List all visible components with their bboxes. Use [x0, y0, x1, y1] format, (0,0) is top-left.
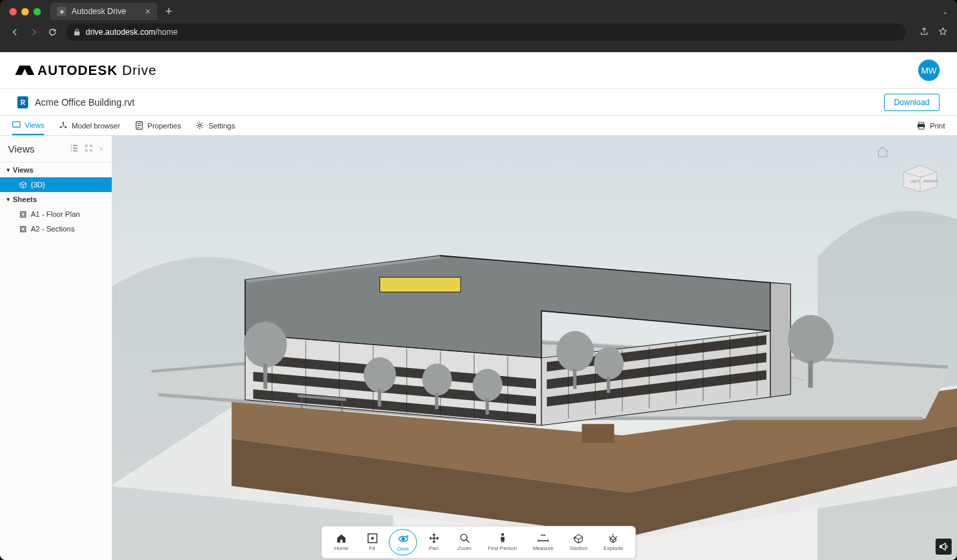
tab-print[interactable]: Print [917, 116, 945, 135]
svg-rect-15 [21, 213, 25, 216]
gear-icon [195, 121, 204, 130]
svg-rect-13 [90, 149, 92, 152]
tabs-dropdown-icon[interactable]: ⌄ [942, 8, 948, 15]
tree-group-views[interactable]: ▾ Views [0, 163, 112, 177]
bookmark-icon[interactable] [938, 27, 948, 38]
section-icon [573, 532, 585, 544]
svg-point-67 [371, 537, 373, 539]
model-browser-icon [59, 121, 68, 130]
svg-point-59 [594, 347, 624, 379]
forward-button[interactable] [28, 27, 39, 37]
svg-rect-27 [380, 277, 461, 292]
announcements-button[interactable] [936, 539, 952, 555]
orbit-icon [397, 533, 409, 545]
tool-first-person-label: First Person [488, 545, 517, 551]
address-bar[interactable]: drive.autodesk.com/home [66, 23, 906, 41]
svg-rect-52 [378, 389, 381, 406]
tab-bar: ◆ Autodesk Drive × + ⌄ [0, 0, 957, 20]
tree-item-a2-label: A2 - Sections [31, 225, 74, 233]
properties-icon [135, 121, 143, 130]
tree-item-3d[interactable]: {3D} [0, 177, 112, 192]
sheet-icon [19, 210, 27, 218]
tool-fit[interactable]: Fit [358, 529, 386, 555]
reload-button[interactable] [47, 27, 58, 37]
tree-group-views-label: Views [13, 166, 33, 174]
svg-point-57 [556, 331, 594, 371]
svg-point-69 [402, 537, 404, 540]
svg-rect-50 [263, 363, 267, 389]
url-text: drive.autodesk.com/home [86, 27, 177, 37]
browser-tab[interactable]: ◆ Autodesk Drive × [50, 3, 157, 20]
close-sidebar-icon[interactable]: × [99, 145, 104, 154]
app: AUTODESK Drive MW Acme Office Building.r… [0, 52, 957, 560]
svg-point-71 [501, 533, 504, 536]
caret-down-icon: ▾ [7, 196, 10, 203]
tool-pan[interactable]: Pan [420, 529, 448, 555]
brand[interactable]: AUTODESK Drive [17, 63, 157, 78]
tool-home-label: Home [334, 545, 348, 551]
tool-measure[interactable]: Measure [526, 529, 560, 555]
tool-zoom[interactable]: Zoom [450, 529, 478, 555]
svg-point-55 [472, 369, 502, 401]
svg-rect-14 [20, 211, 25, 217]
svg-rect-9 [919, 126, 924, 129]
close-window-button[interactable] [9, 8, 17, 15]
tool-measure-label: Measure [533, 545, 553, 551]
tool-orbit[interactable]: Orbit [389, 529, 417, 555]
svg-point-53 [422, 363, 452, 395]
tool-zoom-label: Zoom [458, 545, 471, 551]
tab-settings[interactable]: Settings [195, 116, 235, 135]
svg-rect-11 [90, 145, 92, 147]
svg-rect-1 [13, 122, 20, 127]
tab-close-icon[interactable]: × [145, 6, 151, 17]
tab-model-browser[interactable]: Model browser [59, 116, 120, 135]
tab-properties[interactable]: Properties [135, 116, 181, 135]
tool-home[interactable]: Home [327, 529, 355, 555]
fit-icon [366, 532, 378, 544]
list-view-icon[interactable] [70, 145, 78, 154]
svg-rect-54 [435, 393, 438, 409]
avatar[interactable]: MW [918, 60, 940, 81]
svg-rect-10 [85, 145, 88, 147]
measure-icon [537, 532, 549, 544]
toolbar-tabs: Views Model browser Properties Settings … [0, 116, 957, 136]
new-tab-button[interactable]: + [165, 5, 173, 19]
share-icon[interactable] [920, 27, 929, 38]
tool-explode-label: Explode [604, 545, 623, 551]
viewport-3d[interactable]: LEFT FRONT [112, 136, 957, 560]
tree-group-sheets[interactable]: ▾ Sheets [0, 192, 112, 207]
favicon-icon: ◆ [57, 7, 66, 16]
svg-rect-65 [940, 545, 942, 547]
tree-item-a2[interactable]: A2 - Sections [0, 221, 112, 236]
tree-item-a1[interactable]: A1 - Floor Plan [0, 207, 112, 221]
viewcube-home-icon[interactable] [875, 145, 890, 161]
home-icon [335, 532, 347, 544]
tool-pan-label: Pan [429, 545, 438, 551]
tree-group-sheets-label: Sheets [13, 195, 37, 203]
viewcube[interactable]: LEFT FRONT [897, 160, 944, 193]
back-button[interactable] [9, 27, 20, 37]
tool-orbit-label: Orbit [397, 546, 408, 552]
tab-views-label: Views [25, 121, 44, 129]
svg-rect-56 [486, 398, 489, 414]
grid-view-icon[interactable] [85, 145, 92, 154]
tab-views[interactable]: Views [12, 116, 44, 135]
svg-text:FRONT: FRONT [924, 179, 938, 183]
caret-down-icon: ▾ [7, 167, 10, 173]
pan-icon [428, 532, 440, 544]
download-button[interactable]: Download [884, 94, 940, 111]
browser-chrome: ◆ Autodesk Drive × + ⌄ drive.autodesk.co… [0, 0, 957, 52]
tool-section[interactable]: Section [563, 529, 594, 555]
tool-first-person[interactable]: First Person [481, 529, 523, 555]
svg-rect-58 [573, 369, 576, 389]
scene-illustration [112, 136, 957, 560]
cube-icon [19, 181, 27, 189]
minimize-window-button[interactable] [21, 8, 29, 15]
maximize-window-button[interactable] [33, 8, 41, 15]
tool-explode[interactable]: Explode [597, 529, 630, 555]
svg-rect-0 [74, 31, 80, 35]
views-icon [12, 120, 21, 129]
app-header: AUTODESK Drive MW [0, 52, 957, 89]
svg-point-61 [788, 315, 833, 363]
revit-file-icon [17, 96, 28, 108]
